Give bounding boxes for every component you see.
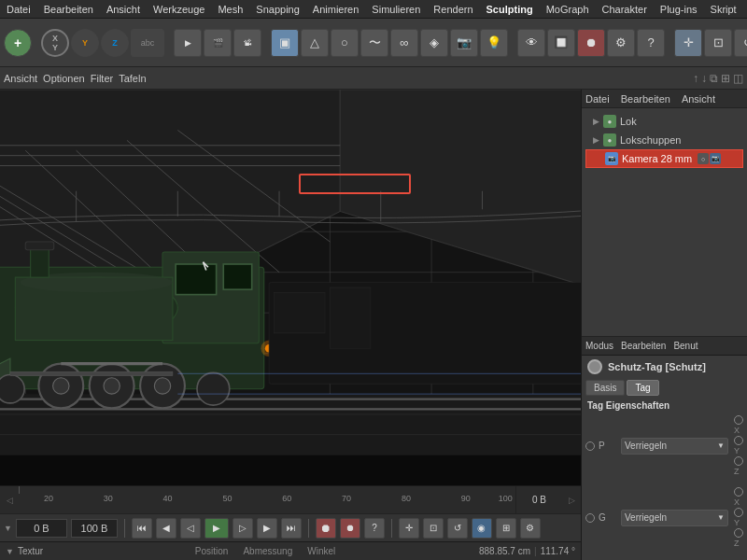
transport-bar: ▼ 0 B 100 B ⏮ ◀ ◁ ▶ ▷ ▶ ⏭ ⏺ ⏺ ?: [0, 513, 581, 541]
rotate-btn[interactable]: ↺: [447, 518, 468, 539]
check-g[interactable]: [585, 513, 595, 523]
next-frame-btn[interactable]: ▶: [257, 518, 277, 539]
goto-end-btn[interactable]: ⏭: [281, 518, 302, 539]
panel-menu-ansicht[interactable]: Ansicht: [682, 93, 715, 105]
check-y-p[interactable]: [734, 436, 743, 445]
panel-menu-bearbeiten[interactable]: Bearbeiten: [621, 93, 670, 105]
frame-end-label: 0 B: [532, 495, 546, 505]
tree-cam-btn[interactable]: 📷: [710, 153, 721, 164]
nav-icon-3[interactable]: ⧉: [710, 72, 718, 85]
menu-charakter[interactable]: Charakter: [599, 4, 650, 15]
menu-mesh[interactable]: Mesh: [215, 4, 246, 15]
anim-options-btn[interactable]: ⏺: [340, 518, 360, 539]
ruler-label-30: 30: [104, 494, 113, 503]
menu-bearbeiten[interactable]: Bearbeiten: [41, 4, 96, 15]
xyz-checks-g: X Y Z: [734, 487, 743, 548]
play-btn[interactable]: ▶: [204, 518, 229, 539]
timeline[interactable]: ◁ 20 30 40 50 60 70 80 90 100 0 B: [0, 485, 581, 513]
tree-item-camera[interactable]: 📷 Kamera 28 mm ○ 📷: [585, 149, 743, 168]
prev-key-btn[interactable]: ◁: [180, 518, 201, 539]
props-menu-benut[interactable]: Benut: [673, 341, 698, 351]
media-group: ▶ 🎬 📽: [174, 29, 261, 57]
check-x-g[interactable]: [734, 487, 743, 497]
axis-z-btn[interactable]: Z: [101, 29, 129, 57]
cube-btn[interactable]: ▣: [271, 29, 299, 57]
question-btn[interactable]: ?: [364, 518, 385, 539]
dots-btn[interactable]: ⊞: [496, 518, 516, 539]
rotate-btn2[interactable]: ↺: [734, 29, 747, 57]
cone-btn[interactable]: △: [301, 29, 329, 57]
menu-mograph[interactable]: MoGraph: [543, 4, 592, 15]
menu-skript[interactable]: Skript: [708, 4, 740, 15]
deform-btn[interactable]: ◈: [420, 29, 448, 57]
menu-snapping[interactable]: Snapping: [253, 4, 303, 15]
tree-vis-btn[interactable]: ○: [698, 153, 709, 164]
nav-icon-4[interactable]: ⊞: [721, 72, 730, 85]
help-btn[interactable]: ?: [637, 29, 665, 57]
crosshair-btn[interactable]: ✛: [399, 518, 419, 539]
light-btn[interactable]: 💡: [480, 29, 508, 57]
disk-btn[interactable]: ◉: [472, 518, 492, 539]
more-btn[interactable]: ⚙: [607, 29, 635, 57]
render2-btn[interactable]: 🎬: [204, 29, 232, 57]
sphere-btn[interactable]: ○: [331, 29, 359, 57]
anim-btn[interactable]: 📽: [233, 29, 261, 57]
add-tool-btn[interactable]: +: [4, 29, 32, 57]
prop-p-dropdown-arrow: ▼: [717, 441, 725, 450]
render-btn[interactable]: ▶: [174, 29, 202, 57]
prev-frame-btn[interactable]: ◀: [156, 518, 176, 539]
prop-p-label: P: [599, 441, 617, 451]
tree-label-lok: Lok: [620, 116, 637, 127]
check-z-p[interactable]: [734, 456, 743, 466]
check-y-g[interactable]: [734, 508, 743, 517]
props-menu-bearbeiten[interactable]: Bearbeiten: [621, 341, 666, 351]
check-p[interactable]: [585, 441, 595, 451]
props-menu-modus[interactable]: Modus: [585, 341, 613, 351]
menu-werkzeuge[interactable]: Werkzeuge: [150, 4, 207, 15]
check-z-g[interactable]: [734, 528, 743, 538]
wire-btn[interactable]: 🔲: [547, 29, 575, 57]
anim2-btn[interactable]: ⏺: [577, 29, 605, 57]
axis-x-btn[interactable]: XY: [41, 29, 69, 57]
nav-icon-1[interactable]: ↑: [693, 72, 698, 85]
next-key-btn[interactable]: ▷: [233, 518, 253, 539]
menu-rendern[interactable]: Rendern: [430, 4, 475, 15]
sub-optionen[interactable]: Optionen: [43, 73, 85, 84]
sub-filter[interactable]: Filter: [91, 73, 113, 84]
spline-btn[interactable]: 〜: [360, 29, 388, 57]
timeline-ruler[interactable]: 20 30 40 50 60 70 80 90 100: [19, 486, 515, 513]
menu-datei[interactable]: Datei: [4, 4, 34, 15]
sub-ansicht[interactable]: Ansicht: [4, 73, 37, 84]
record-btn[interactable]: ⏺: [316, 518, 336, 539]
panel-menu-datei[interactable]: Datei: [585, 93, 610, 105]
scene-btn[interactable]: 👁: [517, 29, 545, 57]
viewport-area: РX-109: [0, 90, 747, 560]
move-btn[interactable]: ✛: [674, 29, 702, 57]
fps-display[interactable]: 100 B: [71, 519, 118, 538]
box-btn[interactable]: ⊡: [423, 518, 444, 539]
axis-y-btn[interactable]: Y: [71, 29, 99, 57]
goto-start-btn[interactable]: ⏮: [132, 518, 152, 539]
menu-animieren[interactable]: Animieren: [310, 4, 362, 15]
prop-p-select[interactable]: Verriegeln ▼: [621, 438, 728, 455]
prop-g-select[interactable]: Verriegeln ▼: [621, 510, 728, 526]
menu-sculpting[interactable]: Sculpting: [484, 4, 536, 15]
nav-icon-2[interactable]: ↓: [701, 72, 707, 85]
coord-btn[interactable]: abc: [131, 29, 164, 57]
menu-simulieren[interactable]: Simulieren: [369, 4, 423, 15]
tree-item-lok[interactable]: ▶ ● Lok: [585, 112, 743, 131]
menu-ansicht[interactable]: Ansicht: [104, 4, 143, 15]
tree-item-lokschuppen[interactable]: ▶ ● Lokschuppen: [585, 131, 743, 149]
viewport-main[interactable]: РX-109: [0, 90, 581, 485]
menu-plugins[interactable]: Plug-ins: [657, 4, 700, 15]
settings-btn[interactable]: ⚙: [520, 518, 541, 539]
scale-btn2[interactable]: ⊡: [704, 29, 732, 57]
sweep-btn[interactable]: ∞: [390, 29, 418, 57]
nav-icon-5[interactable]: ◫: [733, 72, 743, 85]
sub-tafeln[interactable]: Tafeln: [119, 73, 146, 84]
camera-tool-btn[interactable]: 📷: [450, 29, 478, 57]
tab-basis[interactable]: Basis: [585, 380, 625, 396]
frame-counter[interactable]: 0 B: [16, 519, 67, 538]
tab-tag[interactable]: Tag: [627, 380, 658, 396]
check-x-p[interactable]: [734, 415, 743, 425]
